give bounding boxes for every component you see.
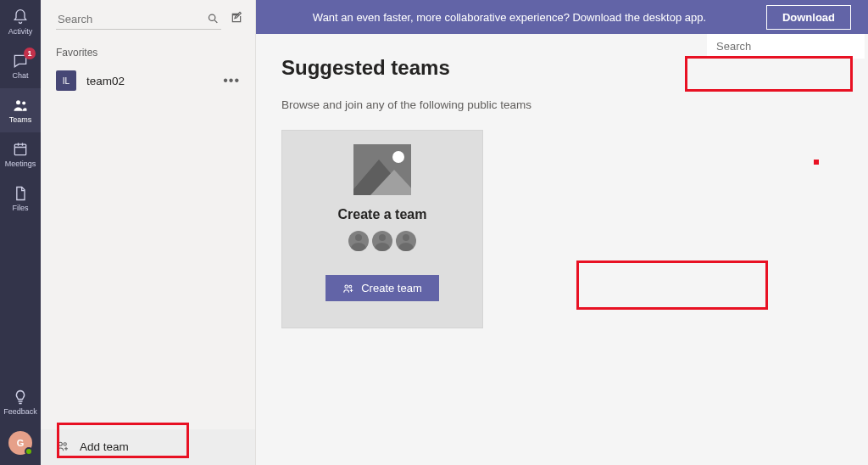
file-icon [12, 185, 29, 202]
page-title: Suggested teams [281, 56, 843, 80]
lightbulb-icon [12, 389, 29, 406]
download-button[interactable]: Download [766, 5, 851, 30]
placeholder-image-icon [353, 144, 411, 195]
create-team-button-label: Create team [361, 282, 422, 294]
teams-icon [12, 97, 29, 114]
nav-feedback[interactable]: Feedback [0, 380, 41, 424]
nav-teams-label: Teams [9, 115, 32, 124]
presence-indicator [25, 447, 33, 456]
compose-button[interactable] [230, 11, 243, 28]
svg-point-5 [64, 443, 66, 445]
chat-badge: 1 [24, 48, 36, 59]
side-search-row [41, 0, 255, 38]
svg-point-4 [58, 442, 62, 445]
app-rail: Activity 1 Chat Teams Meetings Files Fee… [0, 0, 41, 465]
add-team-button[interactable]: Add team [41, 429, 255, 465]
calendar-icon [12, 141, 29, 158]
person-silhouette-icon [372, 231, 392, 251]
main-area: Want an even faster, more collaborative … [256, 0, 868, 465]
svg-point-0 [16, 100, 20, 104]
side-search-box[interactable] [56, 8, 221, 30]
nav-activity-label: Activity [8, 27, 33, 36]
highlight-dot [814, 160, 819, 165]
nav-teams[interactable]: Teams [0, 88, 41, 132]
nav-chat[interactable]: 1 Chat [0, 44, 41, 88]
create-team-card: Create a team Create team [281, 130, 483, 328]
add-team-icon [56, 440, 70, 453]
create-team-button[interactable]: Create team [326, 275, 439, 301]
nav-meetings[interactable]: Meetings [0, 132, 41, 176]
bell-icon [12, 8, 29, 25]
promo-text: Want an even faster, more collaborative … [273, 11, 746, 24]
nav-feedback-label: Feedback [3, 407, 37, 416]
user-avatar[interactable]: G [8, 431, 32, 455]
page-search-input[interactable] [716, 40, 859, 53]
nav-files[interactable]: Files [0, 176, 41, 221]
nav-activity[interactable]: Activity [0, 0, 41, 44]
team-name: team02 [86, 75, 213, 87]
svg-point-3 [209, 14, 215, 20]
search-icon [207, 12, 220, 25]
side-search-input[interactable] [58, 13, 207, 25]
team-row[interactable]: IL team02 ••• [41, 64, 255, 98]
person-silhouette-icon [396, 231, 416, 251]
page-search-box[interactable] [707, 34, 865, 59]
team-more-button[interactable]: ••• [223, 73, 240, 88]
card-title: Create a team [338, 207, 427, 222]
compose-icon [230, 11, 243, 25]
svg-point-8 [349, 285, 352, 288]
team-avatar: IL [56, 70, 76, 91]
teams-side-panel: Favorites IL team02 ••• Add team [41, 0, 256, 465]
add-team-label: Add team [80, 440, 129, 453]
promo-banner: Want an even faster, more collaborative … [256, 0, 868, 34]
favorites-header: Favorites [41, 38, 255, 64]
nav-files-label: Files [12, 204, 28, 212]
page-subtitle: Browse and join any of the following pub… [281, 98, 843, 111]
person-silhouette-icon [348, 231, 369, 251]
page-body: Suggested teams Browse and join any of t… [256, 34, 868, 350]
nav-meetings-label: Meetings [5, 160, 36, 168]
people-row [348, 231, 416, 251]
nav-chat-label: Chat [12, 71, 28, 80]
svg-point-7 [345, 284, 348, 288]
svg-rect-2 [14, 144, 25, 155]
svg-point-1 [22, 102, 25, 105]
user-initial: G [17, 438, 25, 448]
create-team-icon [342, 283, 354, 294]
